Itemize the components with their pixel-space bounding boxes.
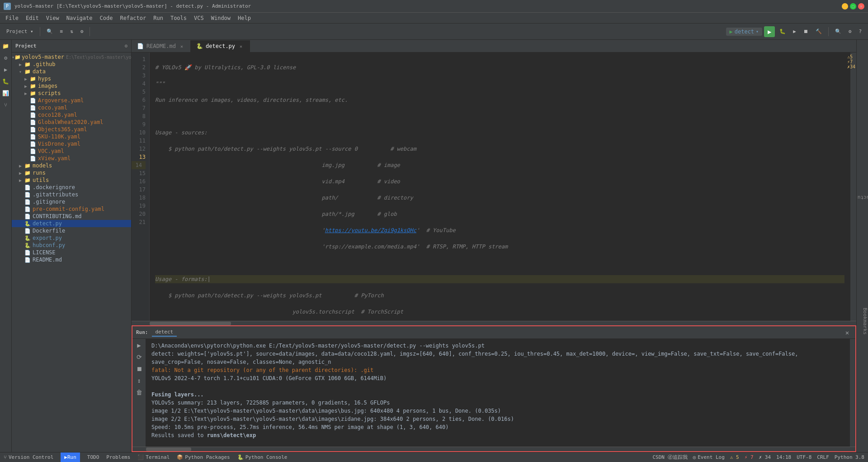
menu-item-window[interactable]: Window xyxy=(208,14,234,22)
status-problems[interactable]: Problems xyxy=(106,454,130,460)
tree-item-runs[interactable]: ▶ 📁 runs xyxy=(12,169,131,176)
close-button[interactable]: ✕ xyxy=(858,3,864,10)
toolbar-settings-btn[interactable]: ⚙ xyxy=(78,28,86,35)
tree-item-models[interactable]: ▶ 📁 models xyxy=(12,162,131,169)
menu-item-help[interactable]: Help xyxy=(234,14,255,22)
tree-item-detect[interactable]: 🐍 detect.py xyxy=(12,220,131,227)
run-coverage-button[interactable]: ▶ xyxy=(790,28,799,35)
code-scrollbar-h[interactable] xyxy=(132,321,856,325)
tree-item-dockerignore[interactable]: 📄 .dockerignore xyxy=(12,184,131,191)
menu-item-file[interactable]: File xyxy=(2,14,22,22)
status-python-packages[interactable]: 📦 Python Packages xyxy=(177,454,230,460)
menu-item-code[interactable]: Code xyxy=(96,14,117,22)
tree-item-gitignore[interactable]: 📄 .gitignore xyxy=(12,198,131,205)
menu-item-run[interactable]: Run xyxy=(150,14,167,22)
code-editor[interactable]: 12345 678910 1112131415 161718192021 # Y… xyxy=(132,52,856,321)
status-terminal[interactable]: ⬛ Terminal xyxy=(137,454,170,460)
tree-item-data[interactable]: ▾ 📁 data xyxy=(12,68,131,75)
run-play-icon[interactable]: ▶ xyxy=(135,341,144,350)
git-branch: Version Control xyxy=(9,454,53,460)
status-event-log[interactable]: ◎ Event Log xyxy=(693,454,725,460)
sidebar-commit-icon[interactable]: ⚙ xyxy=(1,53,10,62)
run-panel-close-icon[interactable]: ✕ xyxy=(843,328,852,337)
run-button[interactable]: ▶ xyxy=(764,26,775,37)
debug-button[interactable]: 🐛 xyxy=(777,28,788,35)
sidebar-project-icon[interactable]: 📁 xyxy=(1,42,10,51)
tree-root[interactable]: ▾ 📁 yolov5-master E:\Text\yolov5-master\… xyxy=(12,53,131,61)
toolbar-project-dropdown[interactable]: Project ▾ xyxy=(4,28,36,35)
toolbar-list-btn[interactable]: ≡ xyxy=(57,28,66,35)
status-git[interactable]: ⑂ Version Control xyxy=(4,454,53,460)
tree-item-github[interactable]: ▶ 📁 .github xyxy=(12,61,131,68)
menu-item-navigate[interactable]: Navigate xyxy=(63,14,96,22)
tree-item-coco128[interactable]: 📄 coco128.yaml xyxy=(12,111,131,119)
status-run-active[interactable]: ▶ Run xyxy=(61,452,80,462)
tree-item-visdrone[interactable]: 📄 VisDrone.yaml xyxy=(12,140,131,148)
tree-item-contributing[interactable]: 📄 CONTRIBUTING.md xyxy=(12,213,131,220)
tree-item-hyps[interactable]: ▶ 📁 hyps xyxy=(12,75,131,82)
stop-button[interactable]: ⏹ xyxy=(801,28,811,35)
menu-item-tools[interactable]: Tools xyxy=(167,14,190,22)
status-csdn[interactable]: CSDN ⓓ追踪我 xyxy=(652,454,687,461)
tree-item-xview[interactable]: 📄 xView.yaml xyxy=(12,155,131,162)
tree-item-scripts[interactable]: ▶ 📁 scripts xyxy=(12,90,131,97)
project-panel-settings[interactable]: ⚙ xyxy=(124,43,127,49)
tree-item-images[interactable]: ▶ 📁 images xyxy=(12,82,131,90)
structure-label[interactable]: Structure xyxy=(856,195,868,200)
toolbar-search-btn[interactable]: 🔍 xyxy=(44,28,56,35)
menu-item-edit[interactable]: Edit xyxy=(22,14,42,22)
tree-item-gitattributes[interactable]: 📄 .gitattributes xyxy=(12,191,131,198)
tree-item-hubconf[interactable]: 🐍 hubconf.py xyxy=(12,242,131,249)
status-line-col[interactable]: 14:18 xyxy=(776,454,791,460)
tree-item-readme[interactable]: 📄 README.md xyxy=(12,256,131,263)
status-errors[interactable]: ⚡ 7 xyxy=(745,454,754,460)
run-scroll-icon[interactable]: ↕ xyxy=(135,376,144,385)
menu-item-refactor[interactable]: Refactor xyxy=(116,14,150,22)
run-config-dropdown[interactable]: ▶ detect ▾ xyxy=(726,28,763,36)
tree-item-objects365[interactable]: 📄 Objects365.yaml xyxy=(12,126,131,133)
menu-item-vcs[interactable]: VCS xyxy=(190,14,208,22)
sidebar-run-icon[interactable]: ▶ xyxy=(1,65,10,74)
help-btn[interactable]: ? xyxy=(856,28,864,35)
status-todo[interactable]: TODO xyxy=(87,454,99,460)
rebuild-button[interactable]: 🔨 xyxy=(813,28,825,35)
tab-readme-close[interactable]: ✕ xyxy=(179,43,185,49)
tree-item-argoverse[interactable]: 📄 Argoverse.yaml xyxy=(12,97,131,104)
menu-item-view[interactable]: View xyxy=(42,14,63,22)
sidebar-profiler-icon[interactable]: 📊 xyxy=(1,89,10,98)
status-lang[interactable]: Python 3.8 xyxy=(835,454,864,460)
line-col-label: 14:18 xyxy=(776,454,791,460)
run-rerun-icon[interactable]: ⟳ xyxy=(135,352,144,362)
run-scrollbar-h[interactable] xyxy=(132,447,855,451)
tree-item-precommit[interactable]: 📄 pre-commit-config.yaml xyxy=(12,205,131,213)
code-content[interactable]: # YOLOv5 🚀 by Ultralytics, GPL-3.0 licen… xyxy=(150,52,850,321)
tree-item-utils[interactable]: ▶ 📁 utils xyxy=(12,176,131,184)
tab-detect[interactable]: 🐍 detect.py ✕ xyxy=(191,40,250,52)
run-output: D:\Anaconda\envs\pytorch\python.exe E:/T… xyxy=(146,339,850,447)
status-misc-count[interactable]: ✗ 34 xyxy=(759,454,771,460)
tree-item-dockerfile[interactable]: 📄 Dockerfile xyxy=(12,227,131,234)
run-stop-icon[interactable]: ⏹ xyxy=(135,364,144,373)
status-warnings[interactable]: ⚠ 5 xyxy=(730,454,739,460)
tab-readme[interactable]: 📄 README.md ✕ xyxy=(132,40,191,52)
run-tab-detect[interactable]: detect xyxy=(152,328,177,337)
tab-detect-close[interactable]: ✕ xyxy=(238,43,244,49)
status-python-console[interactable]: 🐍 Python Console xyxy=(237,454,288,460)
bookmarks-label[interactable]: Bookmarks xyxy=(862,308,868,335)
status-line-sep[interactable]: CRLF xyxy=(817,454,829,460)
tree-item-export[interactable]: 🐍 export.py xyxy=(12,234,131,242)
tree-item-globalwheat[interactable]: 📄 GlobalWheat2020.yaml xyxy=(12,119,131,126)
tree-item-voc[interactable]: 📄 VOC.yaml xyxy=(12,148,131,155)
tree-item-coco[interactable]: 📄 coco.yaml xyxy=(12,104,131,111)
sidebar-git-icon[interactable]: ⑂ xyxy=(1,100,10,110)
maximize-button[interactable]: □ xyxy=(850,3,856,10)
toolbar-sort-btn[interactable]: ⇅ xyxy=(67,28,76,35)
status-encoding[interactable]: UTF-8 xyxy=(797,454,811,460)
run-clear-icon[interactable]: 🗑 xyxy=(135,388,144,397)
search-everywhere-btn[interactable]: 🔍 xyxy=(832,28,844,35)
sidebar-debug-icon[interactable]: 🐛 xyxy=(1,77,10,86)
settings-btn[interactable]: ⚙ xyxy=(846,28,854,35)
minimize-button[interactable]: — xyxy=(842,3,848,10)
tree-item-license[interactable]: 📄 LICENSE xyxy=(12,249,131,256)
tree-item-sku110k[interactable]: 📄 SKU-110K.yaml xyxy=(12,133,131,140)
